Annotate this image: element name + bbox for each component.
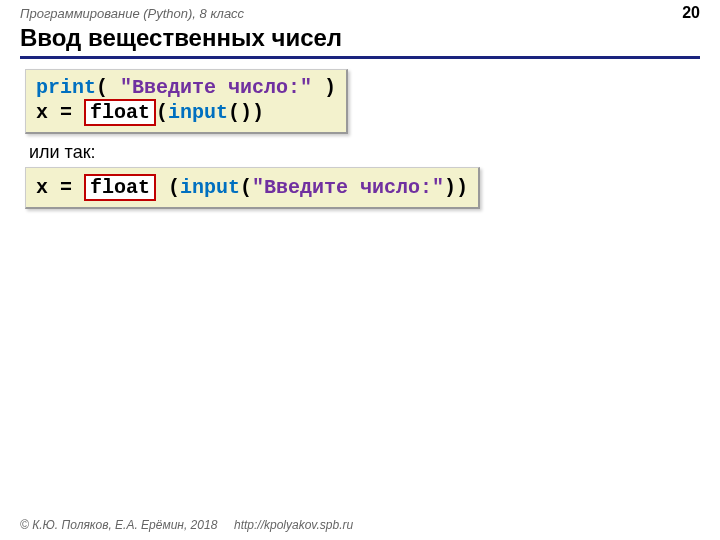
title-block: Ввод вещественных чисел xyxy=(20,24,700,59)
keyword-input: input xyxy=(168,101,228,124)
content-area: print( "Введите число:" ) x = float(inpu… xyxy=(0,59,720,219)
assign-prefix: x = xyxy=(36,101,84,124)
paren: ()) xyxy=(228,101,264,124)
code-block-2: x = float (input("Введите число:")) xyxy=(25,167,480,209)
keyword-input: input xyxy=(180,176,240,199)
paren: )) xyxy=(444,176,468,199)
keyword-print: print xyxy=(36,76,96,99)
space-paren: ( xyxy=(156,176,180,199)
paren: ( xyxy=(156,101,168,124)
float-highlight: float xyxy=(84,174,156,201)
copyright: © К.Ю. Поляков, Е.А. Ерёмин, 2018 xyxy=(20,518,217,532)
paren: ( xyxy=(240,176,252,199)
string-literal: "Введите число:" xyxy=(120,76,312,99)
paren: ( xyxy=(96,76,120,99)
or-label: или так: xyxy=(29,142,695,163)
code-block-1: print( "Введите число:" ) x = float(inpu… xyxy=(25,69,348,134)
paren: ) xyxy=(312,76,336,99)
page-number: 20 xyxy=(682,4,700,22)
assign-prefix: x = xyxy=(36,176,84,199)
float-highlight: float xyxy=(84,99,156,126)
page-title: Ввод вещественных чисел xyxy=(20,24,342,51)
footer-url: http://kpolyakov.spb.ru xyxy=(234,518,353,532)
header-bar: Программирование (Python), 8 класс 20 xyxy=(0,0,720,22)
course-label: Программирование (Python), 8 класс xyxy=(20,6,244,21)
string-literal: "Введите число:" xyxy=(252,176,444,199)
footer: © К.Ю. Поляков, Е.А. Ерёмин, 2018 http:/… xyxy=(20,518,353,532)
